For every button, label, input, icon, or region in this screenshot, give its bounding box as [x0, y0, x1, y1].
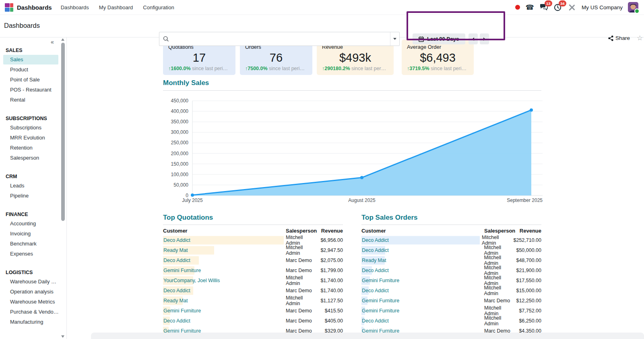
sidebar-item-point-of-sale[interactable]: Point of Sale	[3, 75, 58, 85]
table-row[interactable]: Deco AddictMarc Demo$2,075.00	[163, 255, 343, 265]
revenue-cell: $2,947.50	[318, 247, 343, 253]
revenue-cell: $405.00	[318, 318, 343, 324]
nav-menu-my-dashboard[interactable]: My Dashboard	[99, 4, 133, 10]
customer-link[interactable]: Deco Addict	[361, 318, 389, 324]
svg-text:450,000: 450,000	[171, 98, 189, 104]
table-row[interactable]: Gemini FurnitureMarc Demo$415.50	[163, 306, 343, 316]
salesperson-cell: Mitchell Admin	[482, 265, 516, 276]
customer-link[interactable]: Deco Addict	[163, 258, 190, 263]
customer-link[interactable]: Gemini Furniture	[163, 268, 201, 273]
nav-menu-dashboards[interactable]: Dashboards	[61, 4, 89, 10]
customer-link[interactable]: Deco Addict	[361, 288, 389, 293]
customer-link[interactable]: Gemini Furniture	[361, 278, 399, 283]
next-period-button[interactable]	[480, 33, 489, 44]
sidebar-item-purchase-vendo[interactable]: Purchase & Vendo…	[3, 307, 58, 317]
sidebar-item-rental[interactable]: Rental	[3, 95, 58, 105]
sidebar-item-salesperson[interactable]: Salesperson	[3, 153, 58, 163]
sidebar-item-mrr-evolution[interactable]: MRR Evolution	[3, 133, 58, 143]
customer-link[interactable]: Gemini Furniture	[361, 308, 399, 314]
sidebar-item-accounting[interactable]: Accounting	[3, 219, 58, 229]
revenue-cell: $6,250.00	[516, 318, 541, 324]
table-row[interactable]: Deco AddictMitchell Admin$6,250.00	[361, 316, 541, 326]
customer-cell: Deco Addict	[163, 237, 284, 243]
scrollbar-up-arrow[interactable]	[61, 38, 64, 41]
table-row[interactable]: Deco AddictMitchell Admin$50,000.00	[361, 245, 541, 255]
sidebar-item-expenses[interactable]: Expenses	[3, 249, 58, 259]
date-range-button[interactable]: Last 90 Days	[413, 33, 465, 44]
table-row[interactable]: Gemini FurnitureMitchell Admin$7,752.00	[361, 306, 541, 316]
calendar-icon	[419, 36, 424, 42]
sidebar-item-retention[interactable]: Retention	[3, 143, 58, 153]
sidebar-item-product[interactable]: Product	[3, 65, 58, 75]
customer-link[interactable]: Deco Addict	[163, 288, 190, 293]
customer-link[interactable]: Deco Addict	[361, 268, 389, 273]
navbar-menus: DashboardsMy DashboardConfiguration	[61, 4, 184, 10]
data-point[interactable]	[530, 108, 533, 112]
apps-grid-icon[interactable]	[5, 3, 13, 12]
sidebar-item-sales[interactable]: Sales	[3, 55, 58, 64]
table-row[interactable]: Deco AddictMarc Demo$405.00	[163, 316, 343, 326]
salesperson-cell: Mitchell Admin	[482, 255, 516, 266]
table-row[interactable]: Deco AddictMitchell Admin$15,000.00	[361, 285, 541, 295]
column-header-revenue: Revenue	[318, 228, 343, 234]
data-point[interactable]	[360, 176, 363, 179]
sidebar-item-warehouse-metrics[interactable]: Warehouse Metrics	[3, 297, 58, 307]
table-row[interactable]: Gemini FurnitureMarc Demo$12,250.00	[361, 295, 541, 306]
customer-link[interactable]: Ready Mat	[361, 258, 386, 263]
sidebar-collapse-icon[interactable]: «	[51, 39, 54, 45]
user-avatar[interactable]	[628, 2, 638, 12]
search-options-toggle[interactable]	[390, 32, 399, 46]
customer-link[interactable]: YourCompany, Joel Willis	[163, 278, 220, 283]
customer-link[interactable]: Ready Mat	[163, 247, 188, 253]
share-button[interactable]: Share	[608, 35, 630, 41]
chevron-down-icon	[393, 38, 396, 40]
nav-menu-configuration[interactable]: Configuration	[143, 4, 174, 10]
sidebar-item-warehouse-daily[interactable]: Warehouse Daily …	[3, 277, 58, 287]
customer-link[interactable]: Deco Addict	[361, 237, 389, 243]
customer-link[interactable]: Deco Addict	[163, 318, 190, 324]
customer-link[interactable]: Gemini Furniture	[361, 298, 399, 304]
sidebar-item-manufacturing[interactable]: Manufacturing	[3, 317, 58, 327]
customer-link[interactable]: Gemini Furniture	[163, 328, 201, 334]
revenue-cell: $7,752.00	[516, 308, 541, 314]
sidebar-item-operation-analysis[interactable]: Operation analysis	[3, 287, 58, 297]
customer-link[interactable]: Deco Addict	[163, 237, 190, 243]
sidebar-item-leads[interactable]: Leads	[3, 181, 58, 191]
svg-text:September 2025: September 2025	[507, 198, 543, 203]
sidebar-item-invoicing[interactable]: Invoicing	[3, 229, 58, 239]
scrollbar-down-arrow[interactable]	[61, 335, 64, 338]
tools-icon[interactable]	[568, 3, 576, 12]
activities-clock-icon[interactable]: 34	[553, 3, 562, 12]
sidebar-scrollbar-thumb[interactable]	[61, 43, 65, 221]
phone-icon[interactable]: ☎	[525, 3, 534, 12]
app-name[interactable]: Dashboards	[17, 4, 52, 11]
table-row[interactable]: Deco AddictMarc Demo$1,740.00	[163, 285, 343, 295]
favorite-star-icon[interactable]: ☆	[637, 34, 643, 42]
sidebar-item-benchmark[interactable]: Benchmark	[3, 239, 58, 249]
table-row[interactable]: YourCompany, Joel WillisMitchell Admin$1…	[163, 275, 343, 285]
data-point[interactable]	[191, 193, 194, 197]
revenue-cell: $12,250.00	[516, 298, 541, 304]
search-input[interactable]	[171, 32, 390, 46]
table-row[interactable]: Ready MatMitchell Admin$2,947.50	[163, 245, 343, 255]
table-row[interactable]: Ready MatMitchell Admin$1,127.50	[163, 295, 343, 306]
sidebar-item-pipeline[interactable]: Pipeline	[3, 191, 58, 201]
revenue-cell: $1,740.00	[318, 288, 343, 293]
sidebar-item-subscriptions[interactable]: Subscriptions	[3, 123, 58, 133]
table-row[interactable]: Gemini FurnitureMitchell Admin$17,550.00	[361, 275, 541, 285]
table-row[interactable]: Deco AddictMitchell Admin$252,710.00	[361, 235, 541, 245]
messages-icon[interactable]: 13	[539, 3, 548, 12]
breadcrumb[interactable]: Dashboards	[4, 22, 40, 29]
customer-link[interactable]: Deco Addict	[361, 247, 389, 253]
salesperson-cell: Marc Demo	[284, 318, 318, 324]
sidebar-item-pos-restaurant[interactable]: POS - Restaurant	[3, 85, 58, 95]
company-name[interactable]: My US Company	[582, 4, 623, 10]
previous-period-button[interactable]	[469, 33, 478, 44]
table-row[interactable]: Deco AddictMitchell Admin$21,900.00	[361, 265, 541, 275]
customer-link[interactable]: Gemini Furniture	[163, 308, 201, 314]
customer-link[interactable]: Ready Mat	[163, 298, 188, 304]
table-row[interactable]: Ready MatMitchell Admin$48,700.00	[361, 255, 541, 265]
table-row[interactable]: Deco AddictMitchell Admin$6,956.00	[163, 235, 343, 245]
customer-link[interactable]: Gemini Furniture	[361, 328, 399, 334]
table-row[interactable]: Gemini FurnitureMarc Demo$1,799.00	[163, 265, 343, 275]
